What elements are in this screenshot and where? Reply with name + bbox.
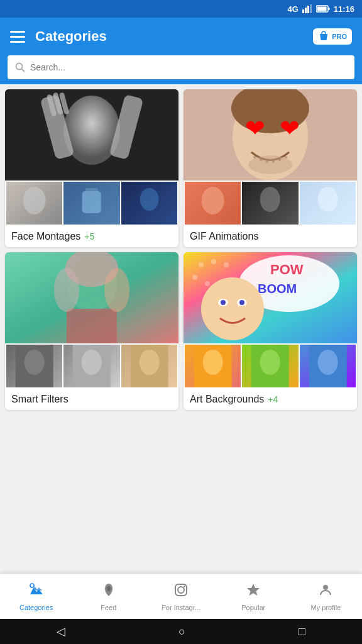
svg-point-16 <box>23 187 46 214</box>
art-backgrounds-label-row: Art Backgrounds +4 <box>184 389 357 410</box>
face-montages-count: +5 <box>84 231 94 242</box>
svg-point-53 <box>224 262 229 267</box>
nav-instagram[interactable]: For Instagr... <box>145 574 217 619</box>
shopping-bag-icon <box>318 31 329 42</box>
search-bar[interactable] <box>8 55 354 79</box>
popular-icon <box>246 582 261 601</box>
gif-animations-thumbs <box>184 180 357 226</box>
sf-thumb-2 <box>63 345 119 387</box>
svg-rect-5 <box>317 7 326 11</box>
svg-point-71 <box>184 586 185 587</box>
svg-point-30 <box>278 158 281 161</box>
art-thumb-3 <box>300 345 356 387</box>
instagram-nav-label: For Instagr... <box>162 604 200 611</box>
gif-animations-label: GIF Animations <box>190 231 258 242</box>
svg-point-7 <box>16 64 23 70</box>
svg-point-51 <box>199 262 204 267</box>
svg-point-68 <box>107 586 111 591</box>
svg-point-66 <box>317 350 337 375</box>
categories-grid: Face Montages +5 ❤ <box>0 84 362 574</box>
system-nav-bar: ◁ ○ □ <box>0 619 362 644</box>
svg-point-46 <box>139 350 159 375</box>
home-button[interactable]: ○ <box>178 625 185 638</box>
svg-point-40 <box>104 268 129 312</box>
svg-text:POW: POW <box>270 262 304 277</box>
nav-categories[interactable]: Categories <box>0 574 72 619</box>
art-thumb-2 <box>242 345 298 387</box>
face-montages-thumbs <box>5 180 178 226</box>
svg-point-19 <box>140 188 158 211</box>
search-input[interactable] <box>30 62 347 72</box>
categories-icon <box>29 582 44 601</box>
smart-filters-thumbs <box>5 343 178 389</box>
smart-filters-main-image <box>5 252 178 343</box>
svg-point-31 <box>285 156 287 158</box>
sf-thumb-1 <box>6 345 62 387</box>
svg-point-42 <box>25 350 45 375</box>
svg-point-64 <box>260 350 280 375</box>
pro-label: PRO <box>332 33 347 40</box>
popular-nav-label: Popular <box>241 604 265 611</box>
svg-point-29 <box>272 160 275 163</box>
svg-text:BOOM: BOOM <box>258 282 297 296</box>
art-backgrounds-main-image: POW BOOM <box>184 252 357 343</box>
svg-line-8 <box>22 69 25 72</box>
art-backgrounds-label: Art Backgrounds <box>190 394 264 405</box>
svg-point-34 <box>317 187 337 212</box>
svg-point-52 <box>211 259 216 264</box>
gif-thumb-2 <box>242 182 298 225</box>
battery-icon <box>316 5 330 13</box>
menu-button[interactable] <box>10 31 25 43</box>
recent-button[interactable]: □ <box>299 625 305 638</box>
time-text: 11:16 <box>334 4 354 14</box>
svg-point-59 <box>221 300 226 305</box>
svg-text:❤: ❤ <box>245 115 265 142</box>
gif-animations-main-image: ❤ ❤ <box>184 89 357 180</box>
svg-point-27 <box>260 158 262 161</box>
status-bar: 4G 11:16 <box>0 0 362 18</box>
svg-point-33 <box>260 187 280 212</box>
grid-layout: Face Montages +5 ❤ <box>5 89 357 410</box>
main-content: Face Montages +5 ❤ <box>0 84 362 574</box>
svg-point-55 <box>205 281 210 286</box>
feed-nav-label: Feed <box>101 604 116 611</box>
category-card-face-montages[interactable]: Face Montages +5 <box>5 89 178 247</box>
face-montages-label-row: Face Montages +5 <box>5 226 178 247</box>
thumb-1 <box>6 182 62 225</box>
toolbar: Categories PRO <box>0 18 362 55</box>
category-card-art-backgrounds[interactable]: POW BOOM <box>184 252 357 410</box>
svg-point-73 <box>323 585 328 590</box>
page-title: Categories <box>35 28 107 45</box>
svg-point-54 <box>192 275 197 280</box>
signal-text: 4G <box>287 4 298 14</box>
art-backgrounds-thumbs <box>184 343 357 389</box>
pro-badge-button[interactable]: PRO <box>313 28 352 45</box>
search-icon <box>15 62 25 72</box>
signal-icon <box>302 4 312 13</box>
nav-profile[interactable]: My profile <box>290 574 362 619</box>
face-montages-label: Face Montages <box>11 231 80 242</box>
nav-feed[interactable]: Feed <box>72 574 145 619</box>
svg-point-60 <box>239 300 244 305</box>
profile-nav-label: My profile <box>311 604 341 611</box>
svg-point-28 <box>266 160 268 163</box>
sf-thumb-3 <box>121 345 177 387</box>
svg-rect-18 <box>85 188 98 194</box>
profile-icon <box>318 582 333 601</box>
svg-point-39 <box>54 268 79 312</box>
svg-rect-37 <box>67 309 117 343</box>
category-card-smart-filters[interactable]: Smart Filters <box>5 252 178 410</box>
svg-rect-3 <box>310 4 312 13</box>
svg-point-62 <box>203 350 223 375</box>
svg-point-26 <box>253 156 256 158</box>
svg-rect-0 <box>302 9 304 13</box>
art-thumb-1 <box>185 345 241 387</box>
svg-point-56 <box>201 277 264 340</box>
nav-popular[interactable]: Popular <box>217 574 290 619</box>
svg-point-70 <box>178 587 184 593</box>
art-backgrounds-count: +4 <box>268 394 278 404</box>
category-card-gif-animations[interactable]: ❤ ❤ <box>184 89 357 247</box>
gif-thumb-1 <box>185 182 241 225</box>
back-button[interactable]: ◁ <box>57 625 65 638</box>
svg-point-44 <box>82 350 102 375</box>
